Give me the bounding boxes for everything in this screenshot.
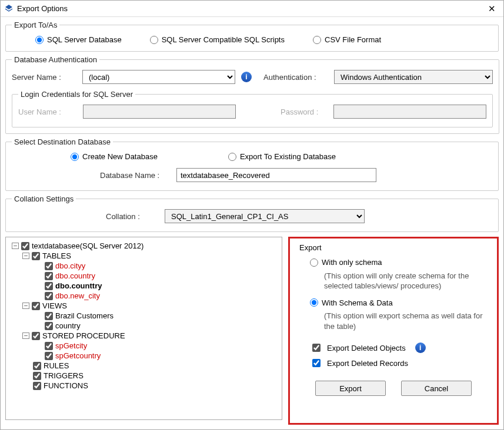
export-options-window: Export Options ✕ Export To/As SQL Server… [0,0,504,430]
export-title: Export [299,243,488,252]
close-button[interactable]: ✕ [483,4,500,14]
auth-select[interactable]: Windows Authentication [334,70,493,84]
only-schema-desc: (This option will only create schema for… [324,271,488,291]
collapse-icon[interactable]: − [22,253,29,259]
radio-sql-server-db[interactable]: SQL Server Database [35,35,122,44]
tree-rules[interactable]: RULES [8,361,279,371]
db-name-label: Database Name : [100,171,171,180]
collation-label: Collation : [106,212,159,221]
tree-table-item[interactable]: dbo.cityy [8,261,279,271]
radio-csv-input[interactable] [313,36,321,44]
tree-pane[interactable]: −textdatabasee(SQL Server 2012) −TABLES … [5,237,282,420]
collation-group: Collation Settings Collation : SQL_Latin… [5,194,499,232]
window-title: Export Options [17,4,483,13]
radio-sql-scripts-label: SQL Server Compatible SQL Scripts [162,35,285,44]
radio-only-schema[interactable]: With only schema [310,258,382,267]
radio-create-new-db-input[interactable] [71,153,79,161]
db-auth-legend: Database Authentication [12,55,99,64]
dest-db-group: Select Destination Database Create New D… [5,137,499,191]
password-label: Password : [281,108,328,116]
radio-schema-data[interactable]: With Schema & Data [310,298,393,307]
username-input [83,105,236,119]
auth-label: Authentication : [263,73,328,82]
tree-root-check[interactable] [21,242,29,250]
server-name-label: Server Name : [12,73,76,82]
password-input [333,105,486,119]
tree-table-item[interactable]: dbo.new_city [8,291,279,301]
username-label: User Name : [18,108,77,116]
check-deleted-records-row: Export Deleted Records [310,357,488,369]
schema-data-desc: (This option will export schema as well … [324,311,488,331]
tree-table-item[interactable]: dbo.country [8,271,279,281]
collation-legend: Collation Settings [12,194,76,203]
tree-tables-label: TABLES [42,251,71,260]
check-deleted-objects-row: Export Deleted Objects i [310,342,488,354]
collapse-icon[interactable]: − [22,303,29,309]
cancel-button[interactable]: Cancel [401,381,472,396]
radio-existing-db-label: Export To Existing Database [240,152,336,161]
check-deleted-objects-label: Export Deleted Objects [327,344,406,352]
radio-only-schema-label: With only schema [322,258,382,267]
check-deleted-objects[interactable] [312,344,321,352]
tree-views[interactable]: −VIEWS [8,301,279,311]
radio-create-new-db[interactable]: Create New Database [71,152,158,161]
tree-tables-check[interactable] [32,252,40,260]
radio-sql-server-db-input[interactable] [35,36,44,44]
tree-functions[interactable]: FUNCTIONS [8,381,279,391]
radio-existing-db-input[interactable] [228,153,236,161]
titlebar: Export Options ✕ [1,1,503,17]
info-icon[interactable]: i [415,342,426,353]
export-to-group: Export To/As SQL Server Database SQL Ser… [5,21,499,52]
check-deleted-records-label: Export Deleted Records [327,359,408,368]
tree-view-item[interactable]: country [8,321,279,331]
tree-tables[interactable]: −TABLES [8,251,279,261]
radio-csv[interactable]: CSV File Format [313,35,381,44]
login-creds-group: Login Credentials for SQL Server User Na… [12,90,493,127]
export-pane: Export With only schema (This option wil… [288,237,499,425]
dest-db-legend: Select Destination Database [12,137,113,146]
tree-table-item[interactable]: dbo.counttry [8,281,279,291]
app-icon [4,4,14,14]
radio-existing-db[interactable]: Export To Existing Database [228,152,336,161]
radio-sql-scripts[interactable]: SQL Server Compatible SQL Scripts [150,35,285,44]
export-to-legend: Export To/As [12,21,59,29]
collapse-icon[interactable]: − [22,332,29,339]
tree-root-label: textdatabasee(SQL Server 2012) [32,241,143,250]
info-icon[interactable]: i [241,72,252,82]
tree-root[interactable]: −textdatabasee(SQL Server 2012) [8,241,279,251]
tree-view-item[interactable]: Brazil Customers [8,311,279,321]
collapse-icon[interactable]: − [12,243,19,249]
radio-sql-server-db-label: SQL Server Database [47,35,122,44]
tree-triggers[interactable]: TRIGGERS [8,371,279,381]
radio-only-schema-input[interactable] [310,258,318,267]
check-deleted-records[interactable] [312,359,321,367]
radio-schema-data-input[interactable] [310,298,318,307]
tree-sproc-item[interactable]: spGetcity [8,341,279,351]
tree-sproc-item[interactable]: spGetcountry [8,351,279,361]
radio-create-new-db-label: Create New Database [82,152,158,161]
server-name-select[interactable]: (local) [82,70,235,84]
collation-select[interactable]: SQL_Latin1_General_CP1_CI_AS [165,209,365,223]
radio-schema-data-label: With Schema & Data [322,298,393,307]
radio-sql-scripts-input[interactable] [150,36,158,44]
db-name-input[interactable] [176,168,376,182]
radio-csv-label: CSV File Format [325,35,381,44]
login-creds-legend: Login Credentials for SQL Server [18,90,135,99]
tree-sprocs[interactable]: −STORED PROCEDURE [8,331,279,341]
db-auth-group: Database Authentication Server Name : (l… [5,55,499,134]
export-button[interactable]: Export [315,381,386,396]
